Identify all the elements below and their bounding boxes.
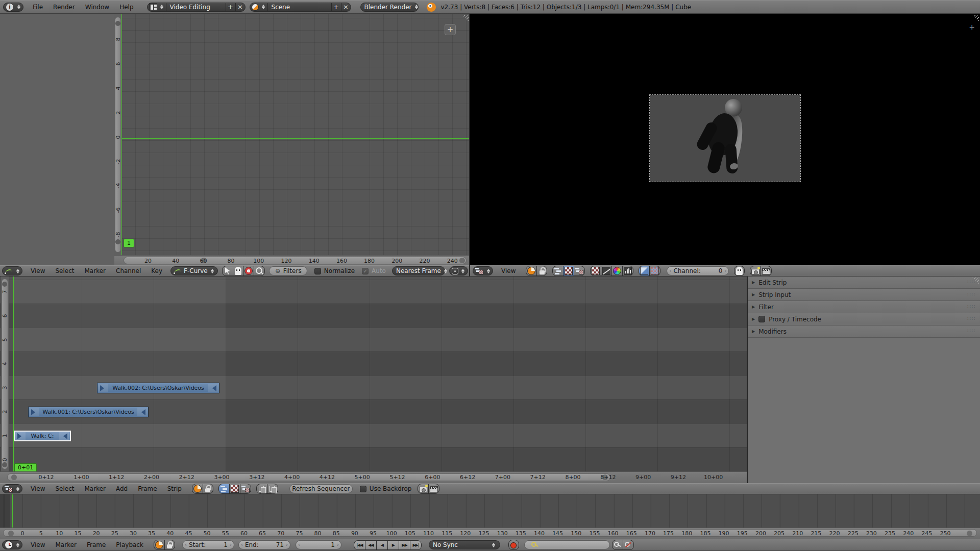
sequencer-timeline-area[interactable]: Walk.002: C:\Users\Oskar\VideosWalk.001:… (0, 277, 747, 483)
clapper-button[interactable] (761, 266, 772, 276)
strip-left-handle[interactable] (29, 408, 39, 416)
camera-button[interactable] (750, 266, 761, 276)
lifebuoy-button[interactable] (243, 266, 254, 276)
timeline-area[interactable]: 0510152025303540455055606570758085909510… (0, 494, 980, 539)
checker-mix-button[interactable] (649, 266, 660, 276)
color-wheel-button[interactable] (611, 266, 623, 276)
checker-button[interactable] (563, 266, 574, 276)
seq-lines-button[interactable] (218, 484, 230, 494)
menu-view[interactable]: View (26, 541, 50, 548)
area-divider[interactable] (469, 14, 470, 277)
proxy-checkbox[interactable] (758, 316, 765, 322)
checker-button[interactable] (229, 484, 240, 494)
menu-file[interactable]: File (28, 4, 48, 11)
strip-right-handle[interactable] (59, 432, 69, 440)
strip-right-handle[interactable] (137, 408, 148, 416)
menu-render[interactable]: Render (48, 4, 80, 11)
clock-button[interactable] (154, 540, 165, 550)
editor-type-selector-graph[interactable] (2, 266, 22, 276)
menu-select[interactable]: Select (50, 485, 79, 492)
menu-channel[interactable]: Channel (111, 267, 146, 274)
key-del-button[interactable] (623, 540, 634, 550)
scrollbar-cap[interactable] (115, 239, 120, 244)
menu-add[interactable]: Add (111, 485, 133, 492)
strip-left-handle[interactable] (98, 384, 108, 392)
sync-mode-select[interactable]: No Sync (429, 540, 500, 549)
scene-browse-button[interactable] (250, 3, 268, 12)
normalize-checkbox[interactable] (314, 268, 321, 274)
menu-strip[interactable]: Strip (162, 485, 187, 492)
scrollbar-cap[interactable] (11, 474, 17, 480)
ghost-button[interactable] (233, 266, 243, 276)
menu-select[interactable]: Select (50, 267, 79, 274)
scene-delete-button[interactable] (341, 3, 351, 12)
menu-help[interactable]: Help (114, 4, 138, 11)
play-button[interactable]: ▶ (387, 540, 399, 550)
layout-name-field[interactable]: Video Editing (166, 3, 226, 12)
strip-left-handle[interactable] (15, 432, 26, 440)
menu-frame[interactable]: Frame (133, 485, 162, 492)
timeline-frame-ruler[interactable]: 0510152025303540455055606570758085909510… (0, 528, 980, 539)
sequencer-preview-area[interactable]: + (470, 14, 980, 265)
seq-lines-button[interactable] (552, 266, 564, 276)
scrollbar-cap[interactable] (2, 282, 7, 287)
scrollbar-pill[interactable] (7, 473, 610, 481)
scrollbar-cap[interactable] (2, 462, 7, 467)
strip-3[interactable]: Walk: C: (14, 431, 71, 441)
layout-browse-button[interactable] (147, 3, 166, 12)
menu-view[interactable]: View (26, 267, 50, 274)
channel-field[interactable]: ‹ Channel: 0 › (667, 266, 729, 276)
panel-section-proxy-timecode[interactable]: Proxy / Timecode (747, 313, 980, 325)
scrollbar-cap[interactable] (459, 258, 465, 263)
show-region-plus-button[interactable]: + (445, 24, 456, 35)
panel-section-modifiers[interactable]: Modifiers (747, 325, 980, 338)
copy-button[interactable] (256, 484, 267, 494)
lock-button[interactable] (536, 266, 547, 276)
area-corner-grip[interactable] (972, 15, 979, 21)
lock-button[interactable] (164, 540, 175, 550)
sequencer-properties-panel[interactable]: Edit StripStrip InputFilterProxy / Timec… (747, 277, 980, 483)
show-region-plus-button[interactable]: + (969, 23, 975, 31)
pivot-point-select[interactable] (449, 266, 468, 276)
key-add-button[interactable] (612, 540, 623, 550)
graph-vertical-scrollbar[interactable] (114, 14, 121, 255)
editor-type-selector-sequencer[interactable] (2, 484, 22, 493)
use-backdrop-checkbox[interactable] (360, 486, 366, 492)
layout-delete-button[interactable] (235, 3, 246, 12)
scene-name-field[interactable]: Scene (267, 3, 332, 12)
keying-set-field[interactable] (524, 540, 610, 549)
filters-button[interactable]: Filters (269, 266, 307, 276)
clapper-button[interactable] (428, 484, 439, 494)
editor-type-selector-preview[interactable] (473, 266, 493, 276)
current-frame-field[interactable]: ‹ 1 › (296, 540, 341, 549)
area-divider[interactable] (747, 277, 748, 483)
skip-start-button[interactable]: |◀◀ (354, 540, 365, 550)
sequencer-timecode-ruler[interactable]: 0+121+001+122+002+123+003+124+004+125+00… (0, 471, 747, 483)
camera-button[interactable] (418, 484, 429, 494)
auto-checkbox[interactable]: ✓ (362, 268, 369, 274)
render-engine-select[interactable]: Blender Render (360, 3, 419, 12)
strip-right-handle[interactable] (208, 384, 218, 392)
graph-mode-select[interactable]: F-Curve (170, 266, 218, 276)
interpolation-select[interactable]: Nearest Frame (392, 266, 445, 276)
ghost-button[interactable] (734, 266, 745, 276)
sequencer-vertical-scrollbar[interactable] (1, 277, 9, 471)
menu-marker[interactable]: Marker (80, 485, 111, 492)
clock-button[interactable] (192, 484, 203, 494)
strip-2[interactable]: Walk.001: C:\Users\Oskar\Videos (28, 407, 149, 417)
scrollbar-pill[interactable] (115, 17, 121, 253)
seq-mix-button[interactable] (240, 484, 251, 494)
scene-add-button[interactable] (331, 3, 341, 12)
refresh-sequencer-button[interactable]: Refresh Sequencer (289, 484, 353, 493)
editor-type-selector-info[interactable] (3, 3, 23, 12)
panel-section-strip-input[interactable]: Strip Input (747, 289, 980, 301)
strip-1[interactable]: Walk.002: C:\Users\Oskar\Videos (97, 383, 219, 393)
cursor-button[interactable] (222, 266, 233, 276)
lock-button[interactable] (203, 484, 213, 494)
graph-editor-area[interactable]: 86420-2-4-6-8 1 204060801001201401601802… (0, 14, 470, 265)
scrollbar-pill[interactable] (2, 279, 8, 469)
scrollbar-cap[interactable] (967, 531, 972, 536)
play-rev-button[interactable]: ◀ (376, 540, 388, 550)
editor-type-selector-timeline[interactable] (2, 540, 22, 549)
menu-view[interactable]: View (26, 485, 50, 492)
